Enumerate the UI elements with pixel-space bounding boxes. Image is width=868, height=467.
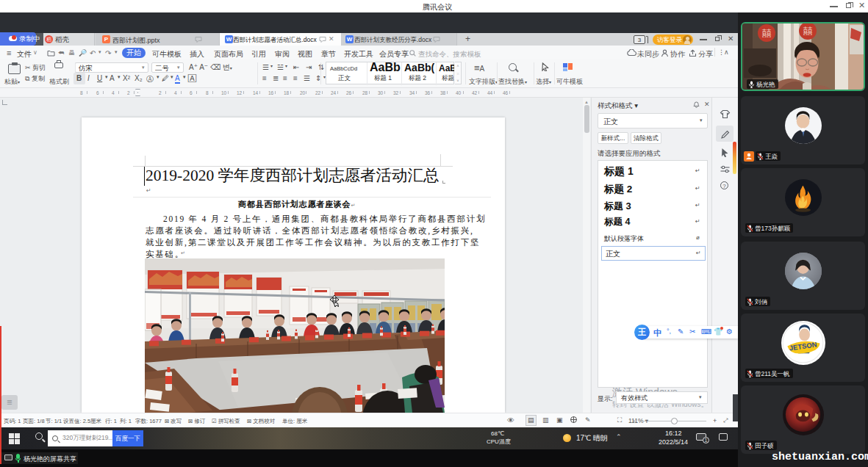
svg-text:囍: 囍 [803,26,813,37]
svg-text:囍: 囍 [762,28,772,39]
